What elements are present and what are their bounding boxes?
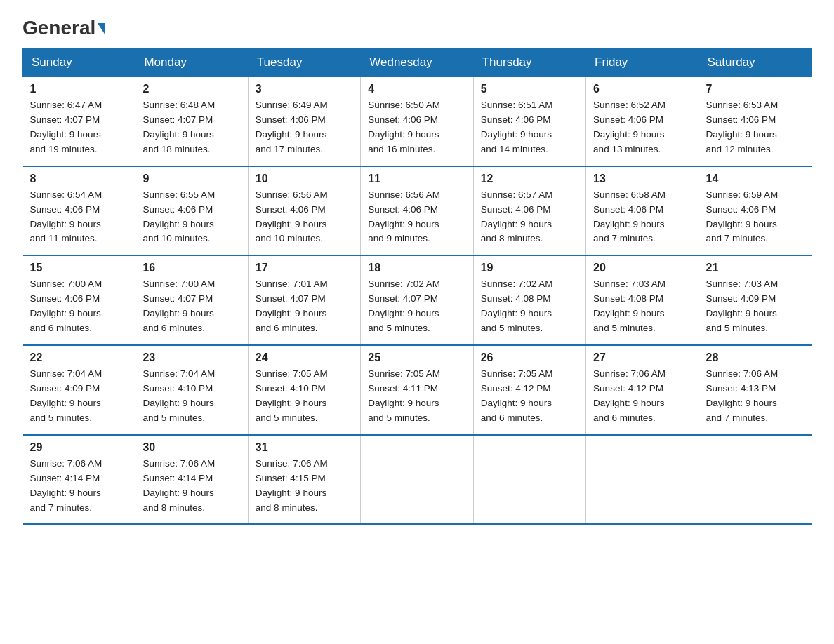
day-info: Sunrise: 7:06 AM Sunset: 4:14 PM Dayligh… — [143, 457, 240, 516]
day-info: Sunrise: 6:51 AM Sunset: 4:06 PM Dayligh… — [481, 98, 578, 157]
day-cell: 12 Sunrise: 6:57 AM Sunset: 4:06 PM Dayl… — [473, 166, 585, 256]
day-number: 9 — [143, 173, 240, 185]
day-info: Sunrise: 7:01 AM Sunset: 4:07 PM Dayligh… — [256, 277, 353, 336]
day-info: Sunrise: 7:04 AM Sunset: 4:09 PM Dayligh… — [30, 367, 128, 426]
day-number: 13 — [593, 173, 691, 185]
week-row-5: 29 Sunrise: 7:06 AM Sunset: 4:14 PM Dayl… — [23, 435, 812, 525]
day-info: Sunrise: 6:56 AM Sunset: 4:06 PM Dayligh… — [368, 188, 465, 247]
header-day-friday: Friday — [586, 48, 699, 77]
day-info: Sunrise: 7:06 AM Sunset: 4:14 PM Dayligh… — [30, 457, 128, 516]
day-cell — [361, 435, 473, 525]
day-cell: 22 Sunrise: 7:04 AM Sunset: 4:09 PM Dayl… — [23, 345, 135, 435]
header-day-saturday: Saturday — [699, 48, 811, 77]
day-cell: 7 Sunrise: 6:53 AM Sunset: 4:06 PM Dayli… — [699, 77, 811, 166]
day-cell: 8 Sunrise: 6:54 AM Sunset: 4:06 PM Dayli… — [23, 166, 135, 256]
day-cell: 30 Sunrise: 7:06 AM Sunset: 4:14 PM Dayl… — [135, 435, 248, 525]
day-info: Sunrise: 6:56 AM Sunset: 4:06 PM Dayligh… — [256, 188, 353, 247]
day-cell: 9 Sunrise: 6:55 AM Sunset: 4:06 PM Dayli… — [135, 166, 248, 256]
day-cell: 15 Sunrise: 7:00 AM Sunset: 4:06 PM Dayl… — [23, 255, 135, 345]
day-number: 23 — [143, 351, 240, 364]
day-number: 21 — [706, 262, 805, 274]
day-cell: 24 Sunrise: 7:05 AM Sunset: 4:10 PM Dayl… — [248, 345, 360, 435]
day-cell: 21 Sunrise: 7:03 AM Sunset: 4:09 PM Dayl… — [699, 255, 811, 345]
day-cell: 31 Sunrise: 7:06 AM Sunset: 4:15 PM Dayl… — [248, 435, 360, 525]
day-cell: 4 Sunrise: 6:50 AM Sunset: 4:06 PM Dayli… — [361, 77, 473, 166]
day-cell: 23 Sunrise: 7:04 AM Sunset: 4:10 PM Dayl… — [135, 345, 248, 435]
week-row-1: 1 Sunrise: 6:47 AM Sunset: 4:07 PM Dayli… — [23, 77, 812, 166]
day-cell: 16 Sunrise: 7:00 AM Sunset: 4:07 PM Dayl… — [135, 255, 248, 345]
day-cell: 6 Sunrise: 6:52 AM Sunset: 4:06 PM Dayli… — [586, 77, 699, 166]
day-number: 11 — [368, 173, 465, 185]
day-cell: 1 Sunrise: 6:47 AM Sunset: 4:07 PM Dayli… — [23, 77, 135, 166]
day-number: 22 — [30, 351, 128, 364]
day-cell: 17 Sunrise: 7:01 AM Sunset: 4:07 PM Dayl… — [248, 255, 360, 345]
day-cell — [586, 435, 699, 525]
day-info: Sunrise: 6:58 AM Sunset: 4:06 PM Dayligh… — [593, 188, 691, 247]
calendar-header: SundayMondayTuesdayWednesdayThursdayFrid… — [23, 48, 812, 77]
day-number: 28 — [706, 351, 805, 364]
header-day-monday: Monday — [135, 48, 248, 77]
day-info: Sunrise: 6:50 AM Sunset: 4:06 PM Dayligh… — [368, 98, 465, 157]
day-number: 20 — [593, 262, 691, 274]
day-info: Sunrise: 7:00 AM Sunset: 4:07 PM Dayligh… — [143, 277, 240, 336]
day-info: Sunrise: 7:03 AM Sunset: 4:08 PM Dayligh… — [593, 277, 691, 336]
header-day-thursday: Thursday — [473, 48, 585, 77]
day-cell — [473, 435, 585, 525]
day-info: Sunrise: 7:05 AM Sunset: 4:10 PM Dayligh… — [256, 367, 353, 426]
day-info: Sunrise: 6:59 AM Sunset: 4:06 PM Dayligh… — [706, 188, 805, 247]
day-number: 12 — [481, 173, 578, 185]
day-info: Sunrise: 6:57 AM Sunset: 4:06 PM Dayligh… — [481, 188, 578, 247]
day-info: Sunrise: 7:02 AM Sunset: 4:08 PM Dayligh… — [481, 277, 578, 336]
day-number: 24 — [256, 351, 353, 364]
day-number: 19 — [481, 262, 578, 274]
day-number: 3 — [256, 83, 353, 95]
day-number: 27 — [593, 351, 691, 364]
logo: General — [22, 17, 105, 36]
day-info: Sunrise: 7:05 AM Sunset: 4:12 PM Dayligh… — [481, 367, 578, 426]
day-info: Sunrise: 6:48 AM Sunset: 4:07 PM Dayligh… — [143, 98, 240, 157]
week-row-2: 8 Sunrise: 6:54 AM Sunset: 4:06 PM Dayli… — [23, 166, 812, 256]
day-cell: 2 Sunrise: 6:48 AM Sunset: 4:07 PM Dayli… — [135, 77, 248, 166]
day-number: 1 — [30, 83, 128, 95]
day-info: Sunrise: 6:47 AM Sunset: 4:07 PM Dayligh… — [30, 98, 128, 157]
header-row: SundayMondayTuesdayWednesdayThursdayFrid… — [23, 48, 812, 77]
day-info: Sunrise: 7:00 AM Sunset: 4:06 PM Dayligh… — [30, 277, 128, 336]
day-info: Sunrise: 7:02 AM Sunset: 4:07 PM Dayligh… — [368, 277, 465, 336]
header-day-tuesday: Tuesday — [248, 48, 360, 77]
day-number: 15 — [30, 262, 128, 274]
logo-general: General — [22, 17, 105, 39]
day-cell: 19 Sunrise: 7:02 AM Sunset: 4:08 PM Dayl… — [473, 255, 585, 345]
week-row-4: 22 Sunrise: 7:04 AM Sunset: 4:09 PM Dayl… — [23, 345, 812, 435]
day-cell: 10 Sunrise: 6:56 AM Sunset: 4:06 PM Dayl… — [248, 166, 360, 256]
day-cell: 26 Sunrise: 7:05 AM Sunset: 4:12 PM Dayl… — [473, 345, 585, 435]
day-info: Sunrise: 6:49 AM Sunset: 4:06 PM Dayligh… — [256, 98, 353, 157]
day-number: 26 — [481, 351, 578, 364]
day-info: Sunrise: 7:05 AM Sunset: 4:11 PM Dayligh… — [368, 367, 465, 426]
day-info: Sunrise: 6:52 AM Sunset: 4:06 PM Dayligh… — [593, 98, 691, 157]
day-cell: 20 Sunrise: 7:03 AM Sunset: 4:08 PM Dayl… — [586, 255, 699, 345]
day-info: Sunrise: 7:04 AM Sunset: 4:10 PM Dayligh… — [143, 367, 240, 426]
day-cell: 25 Sunrise: 7:05 AM Sunset: 4:11 PM Dayl… — [361, 345, 473, 435]
day-info: Sunrise: 7:06 AM Sunset: 4:15 PM Dayligh… — [256, 457, 353, 516]
day-number: 5 — [481, 83, 578, 95]
day-cell: 14 Sunrise: 6:59 AM Sunset: 4:06 PM Dayl… — [699, 166, 811, 256]
day-info: Sunrise: 6:54 AM Sunset: 4:06 PM Dayligh… — [30, 188, 128, 247]
day-number: 18 — [368, 262, 465, 274]
day-cell: 29 Sunrise: 7:06 AM Sunset: 4:14 PM Dayl… — [23, 435, 135, 525]
day-number: 30 — [143, 441, 240, 454]
header-day-sunday: Sunday — [23, 48, 135, 77]
day-number: 17 — [256, 262, 353, 274]
week-row-3: 15 Sunrise: 7:00 AM Sunset: 4:06 PM Dayl… — [23, 255, 812, 345]
day-cell: 5 Sunrise: 6:51 AM Sunset: 4:06 PM Dayli… — [473, 77, 585, 166]
day-number: 8 — [30, 173, 128, 185]
day-cell: 27 Sunrise: 7:06 AM Sunset: 4:12 PM Dayl… — [586, 345, 699, 435]
header-day-wednesday: Wednesday — [361, 48, 473, 77]
day-cell: 28 Sunrise: 7:06 AM Sunset: 4:13 PM Dayl… — [699, 345, 811, 435]
day-number: 6 — [593, 83, 691, 95]
day-cell: 11 Sunrise: 6:56 AM Sunset: 4:06 PM Dayl… — [361, 166, 473, 256]
day-number: 4 — [368, 83, 465, 95]
page-header: General — [22, 17, 812, 36]
day-number: 2 — [143, 83, 240, 95]
day-cell — [699, 435, 811, 525]
day-number: 7 — [706, 83, 805, 95]
